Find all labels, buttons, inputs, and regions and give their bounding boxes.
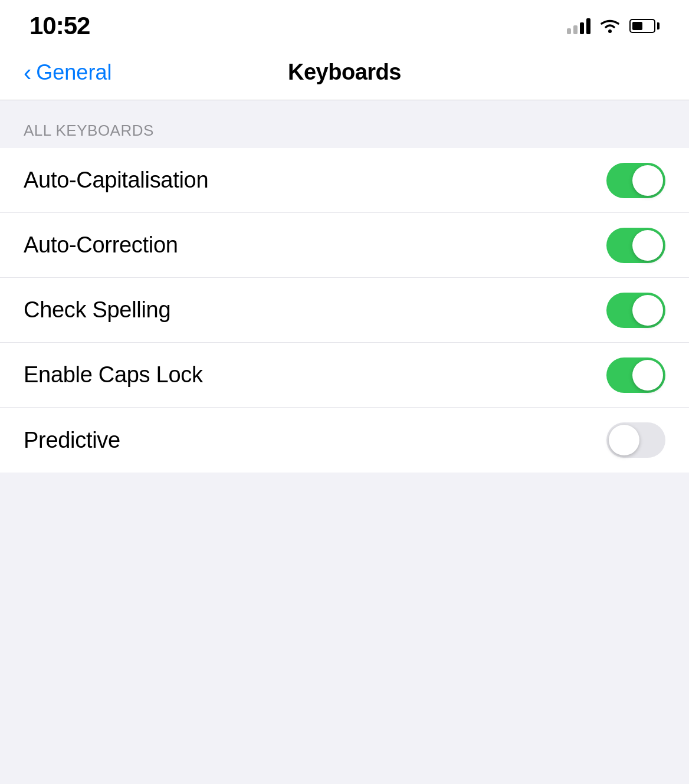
- back-button[interactable]: ‹ General: [24, 60, 111, 85]
- row-label-0: Auto-Capitalisation: [24, 168, 208, 193]
- toggle-knob-0: [632, 165, 663, 196]
- toggle-knob-4: [609, 425, 639, 455]
- page-title: Keyboards: [288, 60, 401, 85]
- toggle-knob-3: [632, 360, 663, 391]
- status-icons: [567, 18, 660, 34]
- svg-point-0: [608, 29, 612, 33]
- nav-bar: ‹ General Keyboards: [0, 47, 689, 100]
- toggle-3[interactable]: [606, 357, 665, 393]
- row-label-4: Predictive: [24, 428, 120, 453]
- settings-list: Auto-CapitalisationAuto-CorrectionCheck …: [0, 148, 689, 473]
- section-header-text: ALL KEYBOARDS: [24, 122, 154, 139]
- signal-icon: [567, 18, 590, 34]
- toggle-knob-1: [632, 230, 663, 261]
- toggle-knob-2: [632, 295, 663, 326]
- row-label-3: Enable Caps Lock: [24, 362, 203, 388]
- settings-row: Enable Caps Lock: [0, 343, 689, 408]
- settings-row: Check Spelling: [0, 278, 689, 343]
- battery-icon: [629, 19, 660, 33]
- status-bar: 10:52: [0, 0, 689, 47]
- section-header: ALL KEYBOARDS: [0, 100, 689, 148]
- toggle-1[interactable]: [606, 228, 665, 263]
- back-label: General: [36, 60, 111, 85]
- wifi-icon: [599, 18, 621, 34]
- toggle-0[interactable]: [606, 163, 665, 198]
- back-chevron-icon: ‹: [24, 61, 31, 84]
- toggle-2[interactable]: [606, 293, 665, 328]
- status-time: 10:52: [29, 12, 90, 40]
- row-label-2: Check Spelling: [24, 297, 170, 323]
- toggle-4[interactable]: [606, 422, 665, 458]
- settings-row: Auto-Capitalisation: [0, 148, 689, 213]
- settings-row: Auto-Correction: [0, 213, 689, 278]
- row-label-1: Auto-Correction: [24, 232, 178, 258]
- settings-row: Predictive: [0, 408, 689, 473]
